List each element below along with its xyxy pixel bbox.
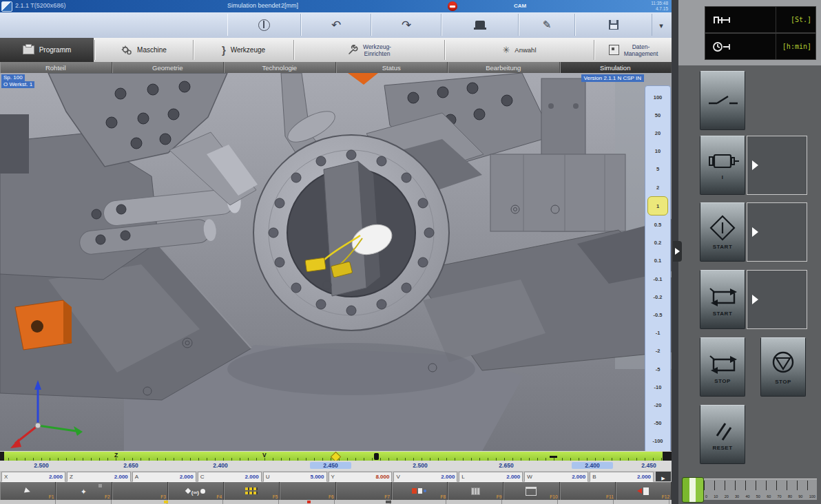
separator <box>94 40 95 60</box>
speed-step-selected[interactable]: 1 <box>647 196 668 216</box>
ruler-label: 2.650 <box>486 462 527 469</box>
toolbar-overflow-button[interactable] <box>652 14 670 36</box>
edit-button[interactable] <box>519 14 575 36</box>
softkey-layers[interactable]: F5 <box>224 482 280 500</box>
speed-step[interactable]: 10 <box>645 143 670 160</box>
simulation-speed-ladder[interactable]: 100 50 20 10 5 2 1 0.5 0.2 0.1 -0.1 -0.2… <box>645 85 671 451</box>
simulation-status-text: Simulation beendet <box>227 2 280 9</box>
speed-step[interactable]: 0.1 <box>645 252 670 270</box>
softkey-apps[interactable]: F8 <box>392 482 448 500</box>
machine-3d-viewport[interactable]: Sp. 100 O Werkst. 1 Version 2.1.1 N CSP … <box>0 73 672 451</box>
undo-icon <box>331 18 341 32</box>
spindle-flyout[interactable] <box>747 136 807 195</box>
speed-step[interactable]: -2 <box>645 342 670 360</box>
tab-technologie[interactable]: Technologie <box>224 62 336 73</box>
speed-step[interactable]: -50 <box>645 414 670 432</box>
axis-cell: W2.000 <box>524 472 588 482</box>
axis-position-bar: X2.000 Z2.000 A2.000 C2.000 U5.000 Y8.00… <box>0 471 672 482</box>
tab-status[interactable]: Status <box>336 62 448 73</box>
ruler-label: 2.450 <box>628 462 669 469</box>
speed-step[interactable]: 50 <box>645 106 670 124</box>
softkey-snap[interactable]: F2 <box>56 482 112 500</box>
play-icon <box>661 470 665 483</box>
softkey-3[interactable]: F3 <box>112 482 168 500</box>
power-switch-button[interactable] <box>700 71 745 130</box>
piece-counter-display: [St.] <box>705 6 816 33</box>
timeline-marker-z[interactable]: Z <box>114 452 118 459</box>
cycle-start-flyout[interactable] <box>747 270 807 329</box>
cursor-icon <box>24 487 31 494</box>
slider-scale: 0 10 20 30 40 50 60 70 80 90 100 <box>704 494 817 498</box>
tab-label: Werkzeuge <box>231 46 265 54</box>
group-label: Daten- Management <box>624 43 658 57</box>
speed-step[interactable]: 2 <box>645 178 670 196</box>
spindle-stop-button[interactable]: STOP <box>760 337 806 397</box>
speed-step[interactable]: 0.2 <box>645 234 670 252</box>
panel-expand-button[interactable] <box>673 241 682 262</box>
nc-start-button[interactable]: START <box>700 202 745 262</box>
redo-button[interactable] <box>371 14 441 36</box>
tab-maschine[interactable]: Maschine <box>96 38 192 62</box>
softkey-exit[interactable]: F12 <box>616 482 672 500</box>
speed-step[interactable]: 0.5 <box>645 216 670 233</box>
second-softkey-row-partial <box>0 500 672 504</box>
tab-geometrie[interactable]: Geometrie <box>112 62 225 73</box>
tab-rohteil[interactable]: Rohteil <box>0 62 112 73</box>
group-werkzeug-einrichten[interactable]: Werkzeug- Einrichten <box>295 38 444 62</box>
softkey-grid[interactable]: F9 <box>448 482 503 500</box>
runtime-display: [h:min] <box>705 33 816 60</box>
runtime-unit: [h:min] <box>776 43 815 50</box>
softkey-window[interactable]: F10 <box>503 482 559 500</box>
softkey-select[interactable]: F1 <box>0 482 56 500</box>
speed-step[interactable]: -5 <box>645 360 670 378</box>
ruler-label: 2.650 <box>110 462 152 469</box>
axis-cell: B2.000 <box>590 472 654 482</box>
timeline-marker-v[interactable]: V <box>262 452 267 459</box>
speed-step[interactable]: -10 <box>645 378 670 396</box>
spindle-button[interactable]: I <box>700 136 745 195</box>
override-slider-track[interactable]: 0 10 20 30 40 50 60 70 80 90 100 <box>704 479 817 500</box>
group-anwahl[interactable]: Anwahl <box>446 38 593 62</box>
undo-button[interactable] <box>301 14 371 36</box>
speed-step[interactable]: 100 <box>645 88 670 106</box>
main-toolbar <box>0 12 672 39</box>
reset-button[interactable]: RESET <box>700 405 745 464</box>
tab-bearbeitung[interactable]: Bearbeitung <box>448 62 560 73</box>
softkey-shapes[interactable]: F4 <box>168 482 224 500</box>
speed-step[interactable]: -0.5 <box>645 306 670 324</box>
redo-icon <box>402 18 411 32</box>
tab-werkzeuge[interactable]: Werkzeuge <box>194 38 293 62</box>
speed-step[interactable]: 5 <box>645 160 670 178</box>
softkey-6[interactable]: F6 <box>280 482 335 500</box>
play-button[interactable] <box>656 472 671 481</box>
tab-programm[interactable]: Programm <box>0 38 94 62</box>
speed-step[interactable]: -0.2 <box>645 288 670 306</box>
speed-step[interactable]: -0.1 <box>645 270 670 288</box>
nc-start-flyout[interactable] <box>747 202 807 262</box>
override-slider-knob[interactable] <box>682 477 704 503</box>
speed-step[interactable]: -20 <box>645 396 670 414</box>
viewport-info-label: Sp. 100 O Werkst. 1 <box>1 74 34 88</box>
save-button[interactable] <box>575 14 652 36</box>
stop-indicator-icon <box>448 1 457 11</box>
ruler-label: 2.450 <box>310 462 351 469</box>
speed-step[interactable]: -100 <box>645 432 670 450</box>
axis-cell: L2.000 <box>459 472 523 482</box>
softkey-7[interactable]: F7 <box>336 482 392 500</box>
speed-step[interactable]: -1 <box>645 324 670 342</box>
red-block-icon <box>412 488 417 494</box>
dial-tool-button[interactable] <box>227 14 301 36</box>
infinity-icon <box>191 485 199 497</box>
cycle-start-button[interactable]: START <box>700 270 745 329</box>
softkey-11[interactable]: F11 <box>560 482 616 500</box>
mid-right-block <box>490 154 625 231</box>
speed-step[interactable]: 20 <box>645 124 670 142</box>
tab-simulation[interactable]: Simulation <box>560 62 672 73</box>
separator <box>193 40 194 60</box>
titlebar: 2.1.1 T(5200x686) Simulation beendet 2[m… <box>0 0 672 12</box>
stamp-button[interactable] <box>441 14 519 36</box>
axis-cell: Y8.000 <box>329 472 393 482</box>
timeline-block-marker[interactable] <box>374 453 379 460</box>
group-daten-management[interactable]: Daten- Management <box>595 38 672 62</box>
cycle-stop-button[interactable]: STOP <box>700 337 745 397</box>
